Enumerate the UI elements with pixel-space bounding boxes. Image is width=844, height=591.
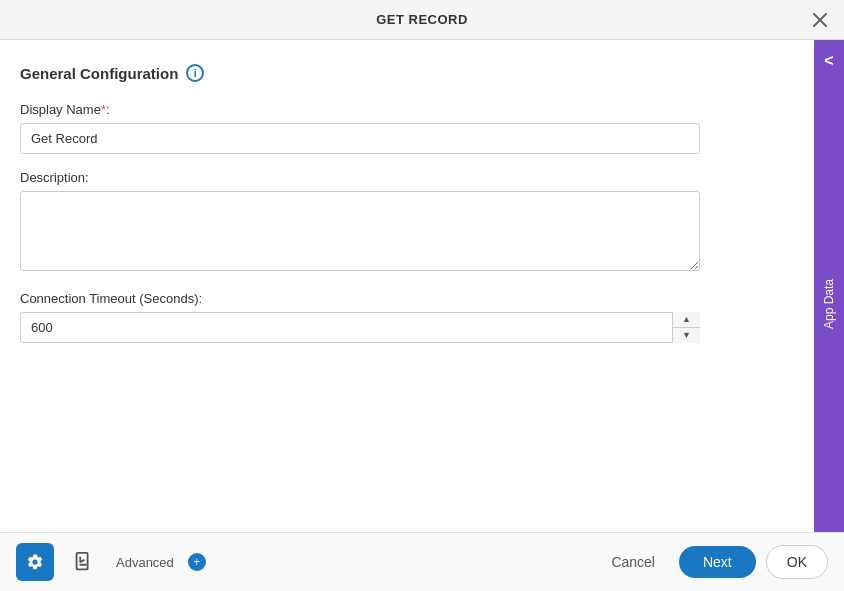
cancel-button[interactable]: Cancel [597,546,669,578]
spinner-down-button[interactable]: ▼ [673,328,700,343]
display-name-group: Display Name*: [20,102,794,154]
connection-timeout-group: Connection Timeout (Seconds): ▲ ▼ [20,291,794,343]
bottom-toolbar: Advanced + Cancel Next OK [0,532,844,591]
app-data-sidebar[interactable]: < App Data [814,40,844,532]
advanced-label: Advanced [116,555,174,570]
description-group: Description: [20,170,794,275]
display-name-label: Display Name*: [20,102,794,117]
spinner-buttons: ▲ ▼ [672,312,700,343]
advanced-plus-button[interactable]: + [188,553,206,571]
info-icon[interactable]: i [186,64,204,82]
footer-buttons: Cancel Next OK [597,545,828,579]
gear-icon-button[interactable] [16,543,54,581]
form-area: General Configuration i Display Name*: D… [0,40,814,532]
main-content: General Configuration i Display Name*: D… [0,40,844,532]
spinner-up-button[interactable]: ▲ [673,312,700,328]
connection-timeout-label: Connection Timeout (Seconds): [20,291,794,306]
app-data-label: App Data [822,279,836,329]
modal-title: GET RECORD [376,12,468,27]
close-button[interactable] [808,8,832,32]
connection-timeout-input[interactable] [20,312,700,343]
sidebar-chevron-icon: < [814,40,844,76]
section-title: General Configuration [20,65,178,82]
next-button[interactable]: Next [679,546,756,578]
description-input[interactable] [20,191,700,271]
title-bar: GET RECORD [0,0,844,40]
display-name-input[interactable] [20,123,700,154]
section-heading: General Configuration i [20,64,794,82]
spinner-wrapper: ▲ ▼ [20,312,700,343]
doc-icon-button[interactable] [64,543,102,581]
toolbar-icons: Advanced + [16,543,597,581]
description-label: Description: [20,170,794,185]
ok-button[interactable]: OK [766,545,828,579]
